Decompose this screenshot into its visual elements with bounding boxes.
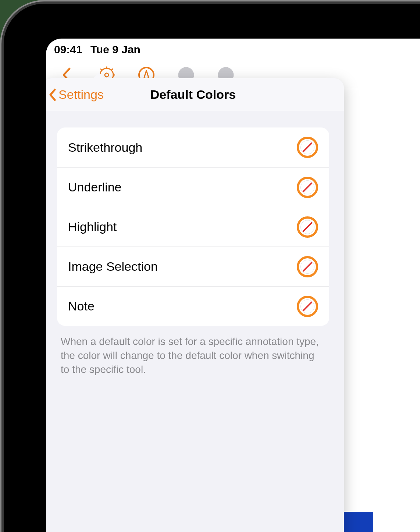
row-underline[interactable]: Underline <box>57 167 329 207</box>
color-swatch-none-icon <box>297 256 318 277</box>
screen: 09:41 Tue 9 Jan <box>46 39 420 532</box>
popover-back-button[interactable]: Settings <box>49 78 104 111</box>
row-label: Highlight <box>68 220 117 234</box>
color-swatch-none-icon <box>297 137 318 158</box>
status-date: Tue 9 Jan <box>90 43 140 56</box>
default-colors-popover: Settings Default Colors Strikethrough Un… <box>46 78 344 532</box>
color-swatch-none-icon <box>297 216 318 238</box>
device-frame: 09:41 Tue 9 Jan <box>4 4 420 532</box>
popover-header: Settings Default Colors <box>46 78 344 111</box>
row-label: Strikethrough <box>68 140 142 155</box>
row-label: Note <box>68 299 95 313</box>
popover-back-label: Settings <box>58 87 104 102</box>
status-time: 09:41 <box>54 43 82 56</box>
color-swatch-none-icon <box>297 177 318 198</box>
list-footer-text: When a default color is set for a specif… <box>61 335 325 376</box>
row-highlight[interactable]: Highlight <box>57 207 329 247</box>
row-label: Underline <box>68 180 122 194</box>
row-note[interactable]: Note <box>57 286 329 326</box>
popover-title: Default Colors <box>150 87 236 102</box>
row-image-selection[interactable]: Image Selection <box>57 247 329 286</box>
status-bar: 09:41 Tue 9 Jan <box>46 39 420 61</box>
chevron-left-icon <box>49 89 56 101</box>
color-swatch-none-icon <box>297 296 318 317</box>
row-label: Image Selection <box>68 259 158 274</box>
row-strikethrough[interactable]: Strikethrough <box>57 127 329 167</box>
color-list: Strikethrough Underline Highlight Image … <box>57 127 329 326</box>
